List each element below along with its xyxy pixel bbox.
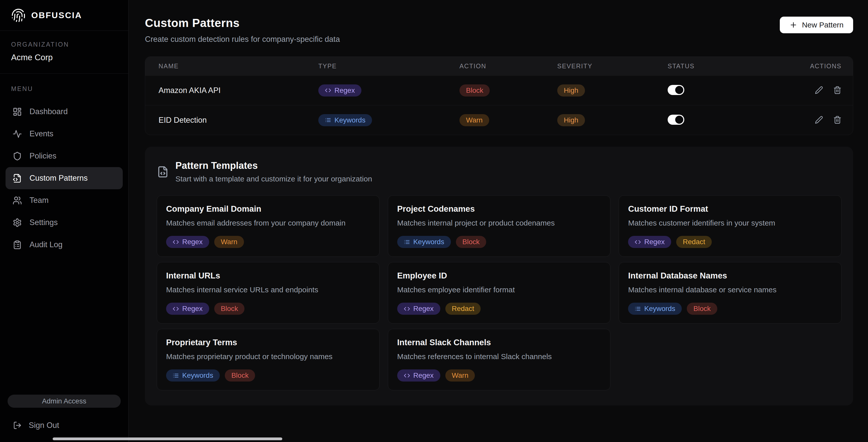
template-card[interactable]: Internal URLs Matches internal service U… xyxy=(157,262,379,323)
sidebar-item-custom-patterns[interactable]: Custom Patterns xyxy=(5,167,123,189)
type-badge: Regex xyxy=(166,236,209,248)
type-badge: Keywords xyxy=(628,303,682,315)
template-badges: Regex Warn xyxy=(166,236,370,248)
plus-icon xyxy=(789,21,798,29)
page-title: Custom Patterns xyxy=(145,16,340,30)
sidebar-nav: Dashboard Events Policies Custom Pattern… xyxy=(0,93,128,256)
toggle-knob xyxy=(675,116,683,124)
action-badge: Block xyxy=(214,303,245,315)
template-title: Company Email Domain xyxy=(166,204,370,214)
template-badges: Regex Warn xyxy=(397,370,601,381)
status-toggle[interactable] xyxy=(668,115,684,125)
template-description: Matches internal project or product code… xyxy=(397,219,601,227)
template-card[interactable]: Proprietary Terms Matches proprietary pr… xyxy=(157,329,379,390)
action-badge-label: Warn xyxy=(452,372,468,379)
list-icon xyxy=(173,373,179,379)
admin-access-button[interactable]: Admin Access xyxy=(7,394,121,408)
template-card[interactable]: Project Codenames Matches internal proje… xyxy=(388,195,611,257)
template-description: Matches customer identifiers in your sys… xyxy=(628,219,832,227)
action-badge-label: Block xyxy=(231,372,248,379)
template-card[interactable]: Customer ID Format Matches customer iden… xyxy=(619,195,841,257)
template-title: Internal Database Names xyxy=(628,271,832,281)
sidebar-item-events[interactable]: Events xyxy=(5,123,123,145)
action-badge: Block xyxy=(225,370,255,381)
type-badge: Keywords xyxy=(397,236,451,248)
action-badge: Warn xyxy=(460,114,489,126)
type-badge-label: Keywords xyxy=(413,238,444,246)
type-badge-label: Regex xyxy=(413,305,434,313)
action-badge: Block xyxy=(687,303,717,315)
gear-icon xyxy=(12,218,22,227)
type-badge: Keywords xyxy=(166,370,220,381)
action-badge-label: Warn xyxy=(466,116,483,124)
template-card[interactable]: Internal Database Names Matches internal… xyxy=(619,262,841,323)
list-icon xyxy=(325,117,331,123)
column-header-status: STATUS xyxy=(668,63,810,70)
column-header-actions: ACTIONS xyxy=(810,63,841,70)
edit-button[interactable] xyxy=(815,86,823,95)
sidebar-item-policies[interactable]: Policies xyxy=(5,145,123,167)
template-card[interactable]: Company Email Domain Matches email addre… xyxy=(157,195,379,257)
template-title: Project Codenames xyxy=(397,204,601,214)
edit-button[interactable] xyxy=(815,116,823,125)
sidebar-item-label: Custom Patterns xyxy=(30,173,88,183)
type-badge: Regex xyxy=(318,85,362,96)
organization-label: ORGANIZATION xyxy=(11,41,117,48)
sidebar-item-label: Settings xyxy=(30,218,58,227)
template-description: Matches internal service URLs and endpoi… xyxy=(166,285,370,294)
sidebar-item-settings[interactable]: Settings xyxy=(5,212,123,233)
code-icon xyxy=(173,239,179,245)
users-icon xyxy=(12,196,22,205)
type-badge: Regex xyxy=(628,236,671,248)
template-description: Matches internal database or service nam… xyxy=(628,285,832,294)
main-content: Custom Patterns Create custom detection … xyxy=(128,0,868,442)
sidebar-item-audit-log[interactable]: Audit Log xyxy=(5,233,123,256)
column-header-severity: SEVERITY xyxy=(557,63,668,70)
template-description: Matches email addresses from your compan… xyxy=(166,219,370,227)
templates-subtitle: Start with a template and customize it f… xyxy=(176,175,372,183)
delete-button[interactable] xyxy=(833,116,841,125)
severity-badge-label: High xyxy=(564,87,579,95)
fingerprint-logo-icon xyxy=(11,8,26,23)
sidebar-item-label: Team xyxy=(30,196,49,205)
action-badge: Block xyxy=(460,85,490,96)
file-code-icon xyxy=(12,173,22,183)
severity-badge: High xyxy=(557,85,585,96)
template-title: Internal URLs xyxy=(166,271,370,281)
action-badge-label: Block xyxy=(221,305,238,313)
activity-icon xyxy=(12,129,22,138)
type-badge-label: Regex xyxy=(182,305,203,313)
template-badges: Keywords Block xyxy=(166,370,370,381)
log-out-icon xyxy=(13,421,22,430)
row-actions xyxy=(815,116,841,125)
table-header-row: NAME TYPE ACTION SEVERITY STATUS ACTIONS xyxy=(145,57,853,75)
sidebar-item-label: Audit Log xyxy=(30,240,62,249)
template-title: Customer ID Format xyxy=(628,204,832,214)
horizontal-scrollbar-thumb[interactable] xyxy=(53,438,282,440)
status-toggle[interactable] xyxy=(668,85,684,95)
template-card[interactable]: Internal Slack Channels Matches referenc… xyxy=(388,329,611,390)
action-badge: Redact xyxy=(676,236,712,248)
severity-badge: High xyxy=(557,114,585,126)
table-row: Amazon AKIA API Regex Block High xyxy=(145,75,853,105)
sidebar-item-dashboard[interactable]: Dashboard xyxy=(5,100,123,123)
template-title: Proprietary Terms xyxy=(166,338,370,347)
type-badge: Regex xyxy=(397,303,440,315)
type-badge-label: Keywords xyxy=(182,372,213,379)
action-badge-label: Redact xyxy=(452,305,474,313)
toggle-knob xyxy=(675,86,683,94)
action-badge: Warn xyxy=(445,370,475,381)
sidebar-item-team[interactable]: Team xyxy=(5,189,123,212)
sign-out-button[interactable]: Sign Out xyxy=(13,421,121,430)
delete-button[interactable] xyxy=(833,86,841,95)
templates-grid: Company Email Domain Matches email addre… xyxy=(157,195,841,390)
pencil-icon xyxy=(815,86,823,94)
sidebar-item-label: Dashboard xyxy=(30,107,68,116)
column-header-type: TYPE xyxy=(318,63,460,70)
template-badges: Keywords Block xyxy=(628,303,832,315)
code-icon xyxy=(173,306,179,312)
template-description: Matches proprietary product or technolog… xyxy=(166,352,370,361)
template-card[interactable]: Employee ID Matches employee identifier … xyxy=(388,262,611,323)
new-pattern-button[interactable]: New Pattern xyxy=(780,17,853,33)
organization-block: ORGANIZATION Acme Corp xyxy=(0,31,128,73)
